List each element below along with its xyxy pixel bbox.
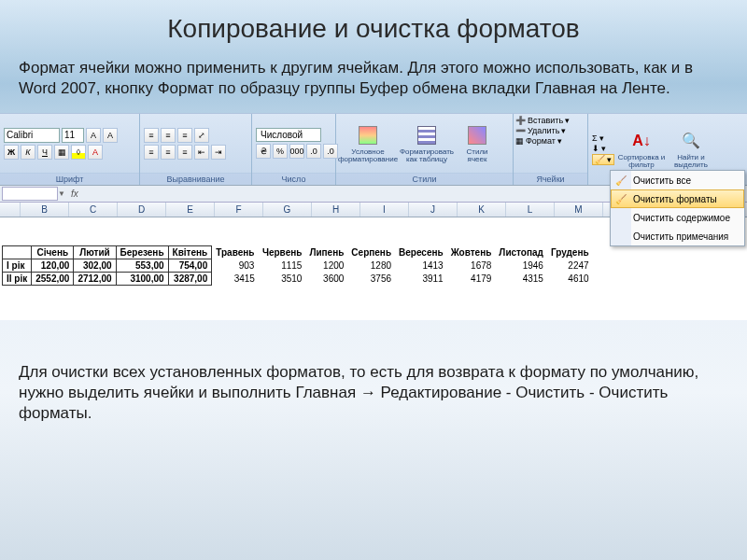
table-cell[interactable]: 754,00 — [168, 259, 212, 273]
clear-menu: 🧹Очистить все 🧹Очистить форматы Очистить… — [610, 170, 745, 246]
sort-filter-button[interactable]: A↓ Сортировка и фильтр — [617, 123, 666, 175]
dropdown-icon[interactable]: ▼ — [58, 189, 65, 198]
align-center-icon[interactable]: ≡ — [161, 145, 176, 160]
italic-button[interactable]: К — [21, 145, 35, 160]
format-as-table-button[interactable]: Форматировать как таблицу — [399, 118, 455, 170]
table-cell[interactable]: 2247 — [547, 259, 593, 273]
find-icon: 🔍 — [680, 130, 702, 152]
insert-button[interactable]: ➕Вставить ▾ — [515, 116, 585, 125]
comma-icon[interactable]: 000 — [289, 144, 304, 159]
column-header[interactable]: G — [263, 203, 312, 217]
align-middle-icon[interactable]: ≡ — [161, 128, 176, 143]
column-header[interactable]: H — [312, 203, 360, 217]
delete-button[interactable]: ➖Удалить ▾ — [515, 126, 585, 135]
column-header[interactable]: D — [118, 203, 166, 217]
table-cell[interactable]: 1946 — [495, 259, 547, 273]
align-right-icon[interactable]: ≡ — [177, 145, 192, 160]
column-header[interactable]: C — [69, 203, 118, 217]
table-cell[interactable]: 2552,00 — [32, 273, 74, 286]
percent-icon[interactable]: % — [273, 144, 288, 159]
month-header: Травень — [212, 246, 259, 259]
table-cell[interactable]: 3287,00 — [168, 273, 212, 286]
group-font: A A Ж К Ч ▦ ◊ A Шрифт — [0, 114, 140, 185]
table-cell[interactable]: 4610 — [547, 273, 593, 286]
column-header[interactable] — [0, 203, 21, 217]
table-cell[interactable]: 1200 — [305, 259, 347, 273]
eraser-icon: 🧹 — [614, 174, 627, 187]
bold-button[interactable]: Ж — [4, 145, 19, 160]
format-button[interactable]: ▦Формат ▾ — [515, 136, 585, 146]
fx-icon[interactable]: fx — [71, 189, 78, 199]
month-header: Листопад — [495, 246, 547, 259]
font-size-select[interactable] — [62, 128, 84, 143]
shrink-font-icon[interactable]: A — [103, 128, 118, 143]
fill-button[interactable]: ⬇ ▾ — [592, 144, 614, 153]
clear-comments-item[interactable]: Очистить примечания — [611, 227, 744, 245]
clear-formats-item[interactable]: 🧹Очистить форматы — [611, 189, 744, 208]
outro-paragraph: Для очистки всех установленных форматов,… — [0, 357, 747, 428]
conditional-format-button[interactable]: Условное форматирование — [340, 118, 396, 170]
align-top-icon[interactable]: ≡ — [144, 128, 159, 143]
clear-all-item[interactable]: 🧹Очистить все — [611, 171, 744, 189]
column-header[interactable]: I — [360, 203, 409, 217]
grow-font-icon[interactable]: A — [86, 128, 101, 143]
underline-button[interactable]: Ч — [37, 145, 52, 160]
data-table: СіченьЛютийБерезеньКвітеньТравеньЧервень… — [2, 245, 593, 286]
group-cells: ➕Вставить ▾ ➖Удалить ▾ ▦Формат ▾ Ячейки — [514, 114, 588, 185]
find-select-button[interactable]: 🔍 Найти и выделить — [669, 123, 713, 175]
row-label: II рік — [3, 273, 32, 286]
eraser-icon: 🧹 — [595, 155, 605, 164]
column-header[interactable]: J — [409, 203, 458, 217]
table-icon — [417, 126, 436, 145]
table-cell[interactable]: 553,00 — [116, 259, 168, 273]
intro-paragraph: Формат ячейки можно применить к другим я… — [0, 53, 747, 104]
table-cell[interactable]: 3510 — [259, 273, 305, 286]
table-cell[interactable]: 302,00 — [74, 259, 116, 273]
table-cell[interactable]: 1678 — [447, 259, 496, 273]
ribbon: A A Ж К Ч ▦ ◊ A Шрифт ≡ ≡ — [0, 113, 747, 186]
group-label-align: Выравнивание — [140, 173, 251, 185]
column-header[interactable]: L — [506, 203, 555, 217]
autosum-button[interactable]: Σ ▾ — [592, 133, 614, 143]
row-label: I рік — [3, 259, 32, 273]
month-header: Березень — [116, 246, 168, 259]
currency-icon[interactable]: ₴ — [256, 144, 271, 159]
column-header[interactable]: F — [215, 203, 263, 217]
column-header[interactable]: E — [166, 203, 215, 217]
table-cell[interactable]: 1413 — [395, 259, 447, 273]
inc-decimal-icon[interactable]: .0 — [306, 144, 321, 159]
month-header: Серпень — [347, 246, 395, 259]
table-cell[interactable]: 1115 — [259, 259, 305, 273]
number-format-select[interactable]: Числовой — [256, 128, 321, 142]
align-bottom-icon[interactable]: ≡ — [177, 128, 192, 143]
indent-inc-icon[interactable]: ⇥ — [211, 145, 226, 160]
delete-icon: ➖ — [515, 126, 526, 135]
table-cell[interactable]: 903 — [212, 259, 259, 273]
table-cell[interactable]: 3756 — [347, 273, 395, 286]
month-header: Лютий — [74, 246, 116, 259]
font-name-select[interactable] — [4, 128, 60, 143]
column-header[interactable]: B — [21, 203, 69, 217]
orientation-icon[interactable]: ⤢ — [194, 128, 209, 143]
clear-button[interactable]: 🧹 ▾ — [592, 154, 614, 165]
indent-dec-icon[interactable]: ⇤ — [194, 145, 209, 160]
table-cell[interactable]: 120,00 — [32, 259, 74, 273]
font-color-icon[interactable]: A — [88, 145, 103, 160]
table-cell[interactable]: 3600 — [305, 273, 347, 286]
table-cell[interactable]: 4179 — [447, 273, 496, 286]
column-header[interactable]: K — [458, 203, 506, 217]
table-cell[interactable]: 1280 — [347, 259, 395, 273]
border-icon[interactable]: ▦ — [54, 145, 69, 160]
group-number: Числовой ₴ % 000 .0 .0 Число — [252, 114, 336, 185]
name-box[interactable] — [2, 187, 58, 201]
align-left-icon[interactable]: ≡ — [144, 145, 159, 160]
clear-contents-item[interactable]: Очистить содержимое — [611, 208, 744, 227]
table-cell[interactable]: 2712,00 — [74, 273, 116, 286]
table-cell[interactable]: 4315 — [495, 273, 547, 286]
column-header[interactable]: M — [555, 203, 603, 217]
table-cell[interactable]: 3100,00 — [116, 273, 168, 286]
table-cell[interactable]: 3911 — [395, 273, 447, 286]
cell-styles-button[interactable]: Стили ячеек — [458, 118, 497, 170]
table-cell[interactable]: 3415 — [212, 273, 259, 286]
fill-color-icon[interactable]: ◊ — [71, 145, 86, 160]
